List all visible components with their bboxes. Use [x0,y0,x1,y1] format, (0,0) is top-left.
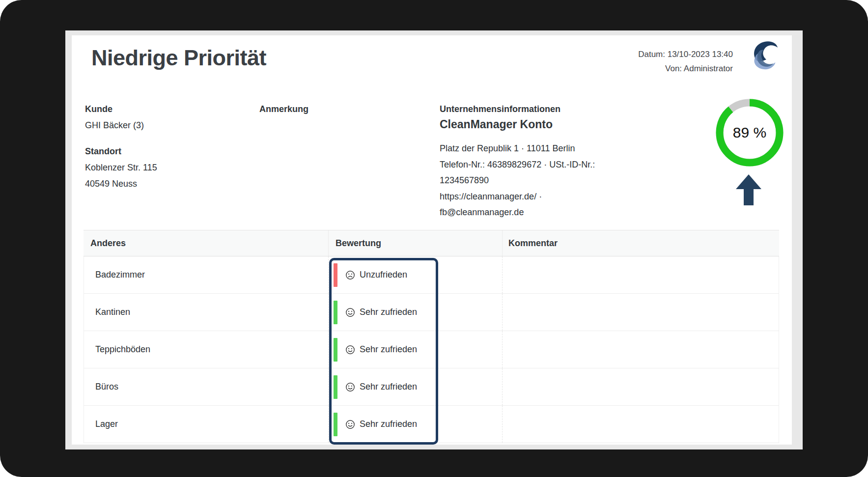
table-row: Kantinen Sehr zufrieden [84,294,779,331]
happy-face-icon [345,345,355,355]
standort-street: Koblenzer Str. 115 [85,163,157,173]
report-date: Datum: 13/10-2023 13:40 [638,47,733,61]
company-vat-number: 1234567890 [440,172,616,189]
rating-bar-green [334,338,337,362]
company-details: Platz der Republik 1 · 11011 Berlin Tele… [440,140,616,221]
report-page: Niedrige Priorität Datum: 13/10-2023 13:… [72,35,792,445]
row-name: Kantinen [84,294,328,331]
row-rating-cell: Sehr zufrieden [328,331,502,368]
row-comment [502,256,779,293]
rating-text: Sehr zufrieden [360,382,417,392]
arrow-up-icon [736,174,761,207]
sad-face-icon [345,270,355,280]
satisfaction-gauge: 89 % [713,96,786,169]
standort-label: Standort [85,146,121,157]
company-section-label: Unternehmensinformationen [440,104,560,114]
row-comment [502,368,779,405]
anmerkung-label: Anmerkung [259,104,308,114]
rating-bar-green [334,413,337,436]
row-comment [502,294,779,331]
rating-bar-red [334,263,337,287]
row-name: Teppichböden [84,331,328,368]
rating-text: Sehr zufrieden [360,344,417,355]
report-meta: Datum: 13/10-2023 13:40 Von: Administrat… [638,47,733,76]
company-website: https://cleanmanager.de/ · [440,189,616,205]
report-author: Von: Administrator [638,61,733,76]
rating-text: Sehr zufrieden [360,307,417,317]
company-address: Platz der Republik 1 · 11011 Berlin [440,140,616,157]
standort-city: 40549 Neuss [85,179,137,189]
row-comment [502,406,779,443]
row-name: Lager [84,406,328,443]
rating-bar-green [334,301,337,324]
table-row: Büros Sehr zufrieden [84,368,779,406]
company-name: CleanManager Konto [440,118,553,131]
row-name: Büros [84,368,328,405]
row-rating-cell: Sehr zufrieden [328,368,502,405]
rating-text: Sehr zufrieden [360,419,417,429]
column-header-anderes: Anderes [84,230,328,256]
row-comment [502,331,779,368]
happy-face-icon [345,382,355,392]
page-title: Niedrige Priorität [91,45,266,71]
gauge-percent-label: 89 % [713,96,786,169]
row-rating-cell: Unzufrieden [328,256,502,293]
happy-face-icon [345,420,355,429]
table-header-row: Anderes Bewertung Kommentar [84,230,779,256]
company-phone-vat: Telefon-Nr.: 46389829672 · USt.-ID-Nr.: [440,157,616,173]
cleanmanager-logo-icon [748,37,785,74]
kunde-label: Kunde [85,104,112,114]
rating-table: Anderes Bewertung Kommentar Badezimmer U… [84,230,779,443]
company-email: fb@cleanmanager.de [440,204,616,221]
column-header-kommentar: Kommentar [502,230,779,256]
row-name: Badezimmer [84,256,328,293]
table-row: Badezimmer Unzufrieden [84,256,779,294]
column-header-bewertung: Bewertung [328,230,502,256]
rating-bar-green [334,375,337,399]
device-frame: Niedrige Priorität Datum: 13/10-2023 13:… [0,0,868,477]
kunde-value: GHI Bäcker (3) [85,120,144,131]
app-background: Niedrige Priorität Datum: 13/10-2023 13:… [65,30,803,449]
rating-text: Unzufrieden [360,270,407,280]
table-row: Lager Sehr zufrieden [84,406,779,443]
happy-face-icon [345,308,355,317]
table-row: Teppichböden Sehr zufrieden [84,331,779,368]
row-rating-cell: Sehr zufrieden [328,294,502,331]
row-rating-cell: Sehr zufrieden [328,406,502,443]
